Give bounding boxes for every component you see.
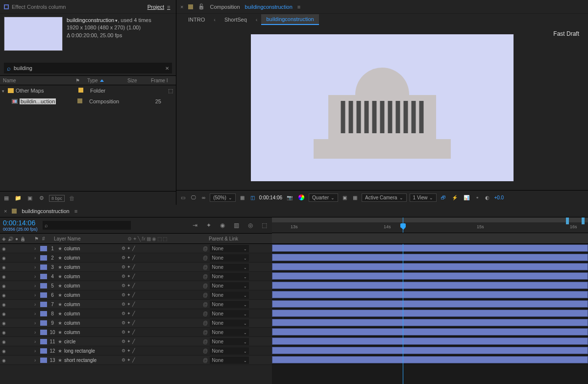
vr-icon[interactable]: ∞ <box>200 195 207 200</box>
layer-bar-row[interactable] <box>272 263 588 272</box>
layer-name[interactable]: long rectangle <box>58 348 122 354</box>
visibility-toggle[interactable] <box>2 330 6 335</box>
zoom-dropdown[interactable]: (50%) <box>210 193 236 202</box>
layer-switches[interactable]: ⚙✦╱ <box>122 320 200 325</box>
layer-bar-row[interactable] <box>272 281 588 290</box>
col-frame[interactable]: Frame I <box>148 78 176 83</box>
exposure-value[interactable]: +0.0 <box>494 195 504 200</box>
search-input[interactable] <box>14 65 162 71</box>
layer-bar-row[interactable] <box>272 272 588 281</box>
layer-bar-row[interactable] <box>272 300 588 309</box>
new-folder-icon[interactable]: 📁 <box>14 194 23 202</box>
col-size[interactable]: Size <box>124 78 148 83</box>
timeline-bars[interactable] <box>272 244 588 384</box>
flowchart-icon[interactable]: ⚬ <box>474 195 481 200</box>
layer-duration-bar[interactable] <box>272 347 588 354</box>
audio-col-icon[interactable] <box>8 236 13 241</box>
playhead-line[interactable] <box>403 244 403 384</box>
visibility-toggle[interactable] <box>2 274 6 279</box>
tab-effect-controls[interactable]: Effect Controls column <box>4 4 66 10</box>
expand-icon[interactable] <box>34 358 40 363</box>
pixel-aspect-icon[interactable]: 🗗 <box>440 195 447 200</box>
visibility-toggle[interactable] <box>2 311 6 316</box>
unlock-icon[interactable] <box>198 3 205 10</box>
fast-preview-icon[interactable]: ⚡ <box>450 195 459 200</box>
current-time[interactable]: 0:00:14:06 <box>259 195 282 200</box>
layer-duration-bar[interactable] <box>272 291 588 298</box>
expand-icon[interactable] <box>34 246 40 251</box>
layer-duration-bar[interactable] <box>272 310 588 317</box>
layer-label-color[interactable] <box>40 330 47 335</box>
layer-name[interactable]: short rectangle <box>58 358 122 363</box>
project-search[interactable] <box>4 63 172 73</box>
pickwhip-icon[interactable] <box>203 255 208 261</box>
visibility-toggle[interactable] <box>2 283 6 288</box>
parent-dropdown[interactable]: None <box>210 282 249 289</box>
comp-tab-name[interactable]: buildingconstruction <box>245 4 293 10</box>
layer-row[interactable]: 1column⚙✦╱None <box>0 244 272 253</box>
pickwhip-icon[interactable] <box>203 302 208 307</box>
layer-bar-row[interactable] <box>272 318 588 328</box>
visibility-toggle[interactable] <box>2 358 6 363</box>
render-icon[interactable]: ⬚ <box>260 222 269 229</box>
col-name[interactable]: Name <box>0 78 73 83</box>
shy-icon[interactable]: ⇥ <box>191 222 199 229</box>
layer-row[interactable]: 8column⚙✦╱None <box>0 309 272 318</box>
layer-label-color[interactable] <box>40 339 47 344</box>
expand-icon[interactable] <box>34 283 40 288</box>
timeline-tab[interactable]: buildingconstruction <box>22 208 69 214</box>
timeline-current-time[interactable]: 0:00:14:06 <box>3 219 38 227</box>
label-col-icon[interactable] <box>34 236 39 241</box>
panel-menu-icon[interactable] <box>167 4 172 10</box>
tab-project[interactable]: Project <box>147 4 172 10</box>
layer-switches[interactable]: ⚙✦╱ <box>122 330 200 335</box>
expand-icon[interactable] <box>34 255 40 261</box>
lock-col-icon[interactable] <box>20 236 25 241</box>
layer-switches[interactable]: ⚙✦╱ <box>122 358 200 362</box>
pickwhip-icon[interactable] <box>203 292 208 298</box>
layer-name[interactable]: column <box>58 320 122 326</box>
camera-dropdown[interactable]: Active Camera <box>362 193 407 202</box>
parent-dropdown[interactable]: None <box>210 338 249 345</box>
layer-duration-bar[interactable] <box>272 244 588 252</box>
reset-exposure-icon[interactable]: ◐ <box>484 195 491 200</box>
expand-icon[interactable] <box>34 264 40 270</box>
channels-icon[interactable] <box>297 194 306 201</box>
pickwhip-icon[interactable] <box>203 339 208 344</box>
comp-name[interactable]: buildingconstruction <box>67 17 114 23</box>
fx-icon[interactable]: ✦ <box>204 222 213 229</box>
composition-viewer[interactable]: Fast Draft <box>176 25 588 190</box>
interpret-footage-icon[interactable]: ▦ <box>2 194 11 202</box>
layer-row[interactable]: 10column⚙✦╱None <box>0 328 272 337</box>
layer-label-color[interactable] <box>40 348 47 354</box>
breadcrumb-item-active[interactable]: buildingconstruction <box>261 14 318 25</box>
work-area-marker[interactable] <box>582 217 585 224</box>
transparency-icon[interactable]: ▦ <box>351 195 359 200</box>
layer-label-color[interactable] <box>40 358 47 363</box>
layer-row[interactable]: 12long rectangle⚙✦╱None <box>0 346 272 356</box>
breadcrumb-item[interactable]: INTRO <box>183 15 210 24</box>
label-color[interactable] <box>77 98 82 103</box>
parent-dropdown[interactable]: None <box>210 245 249 252</box>
layer-name[interactable]: column <box>58 246 122 251</box>
timeline-search[interactable] <box>43 221 131 230</box>
layer-label-color[interactable] <box>40 292 47 298</box>
layer-name[interactable]: column <box>58 255 122 261</box>
visibility-toggle[interactable] <box>2 348 6 354</box>
pickwhip-icon[interactable] <box>203 358 208 363</box>
layer-row[interactable]: 13short rectangle⚙✦╱None <box>0 356 272 365</box>
expand-icon[interactable] <box>34 292 40 298</box>
canvas[interactable] <box>251 34 514 181</box>
layer-switches[interactable]: ⚙✦╱ <box>122 283 200 288</box>
expand-icon[interactable] <box>34 311 40 316</box>
tag-icon[interactable] <box>75 78 80 83</box>
expand-icon[interactable] <box>34 320 40 326</box>
layer-switches[interactable]: ⚙✦╱ <box>122 311 200 316</box>
layer-name[interactable]: column <box>58 302 122 307</box>
layer-row[interactable]: 9column⚙✦╱None <box>0 318 272 328</box>
visibility-toggle[interactable] <box>2 246 6 251</box>
layer-duration-bar[interactable] <box>272 300 588 308</box>
layer-bar-row[interactable] <box>272 346 588 356</box>
pickwhip-icon[interactable] <box>203 320 208 326</box>
trash-icon[interactable] <box>68 194 76 202</box>
